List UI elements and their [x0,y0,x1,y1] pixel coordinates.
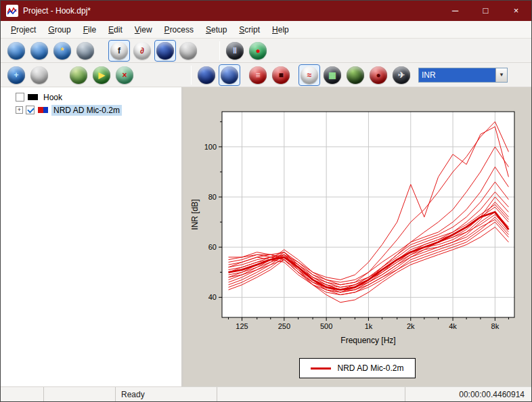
combobox-value: INR [419,68,495,82]
plus-icon: + [7,66,25,84]
menu-group[interactable]: Group [42,22,76,37]
disabled-tool-icon [179,42,197,60]
add-group-button[interactable]: + [5,64,27,86]
remove-group-button [28,64,50,86]
stop-icon: ■ [272,66,290,84]
svg-text:500: 500 [320,322,332,330]
record-button[interactable]: ● [247,40,269,62]
derivative-icon: ∂ [133,42,151,60]
red-blue-block-icon [38,107,48,113]
table-icon: ▦ [324,66,341,84]
stop-button[interactable]: ■ [270,64,292,86]
analyzer-alt-button [177,40,199,62]
minus-icon [30,66,48,84]
toolbar-secondary: +▶×≡■≈▦●✈ INR ▼ [1,63,531,87]
plane-icon: ✈ [393,66,410,84]
status-segment-2 [44,387,116,401]
chart-legend: NRD AD Mic-0.2m [299,358,415,378]
menu-script[interactable]: Script [233,22,266,37]
legend-label: NRD AD Mic-0.2m [337,363,403,373]
maximize-button[interactable]: □ [470,1,501,21]
svg-text:Frequency [Hz]: Frequency [Hz] [340,336,395,345]
status-time: 00:00:00.4460914 [405,387,531,401]
globe-icon [70,66,87,84]
pause-button[interactable]: ≡ [247,64,269,86]
function-icon: f [110,42,128,60]
app-window: Project - Hook.dpj* ─ □ × ProjectGroupFi… [0,0,532,402]
export-button[interactable]: ✈ [391,64,412,86]
spectrum-bars-icon: ‖ [226,42,244,60]
black-block-icon [28,94,38,100]
analyzer-icon [156,42,174,60]
svg-text:125: 125 [236,322,248,330]
chevron-down-icon[interactable]: ▼ [495,68,507,82]
statusbar: Ready 00:00:00.4460914 [1,386,531,401]
app-logo-icon [6,5,18,17]
toolbar-separator [191,66,192,85]
menu-process[interactable]: Process [158,22,200,37]
menu-file[interactable]: File [77,22,102,37]
toolbar-secondary-buttons: +▶×≡■≈▦●✈ [5,64,413,86]
menu-help[interactable]: Help [266,22,295,37]
table-view-button[interactable]: ▦ [322,64,343,86]
open-folder-icon [7,42,25,60]
meter-button[interactable] [196,64,217,86]
tree-item-nrd-ad-mic-0-2m[interactable]: +NRD AD Mic-0.2m [2,104,180,116]
tree-checkbox[interactable] [26,106,35,114]
run-button[interactable]: ▶ [91,64,112,86]
add-file-button[interactable]: * [51,40,73,62]
svg-text:80: 80 [208,193,217,201]
menu-edit[interactable]: Edit [102,22,129,37]
measurement-combobox[interactable]: INR ▼ [418,68,508,83]
chart-panel: 1252505001k2k4k8k406080100Frequency [Hz]… [183,87,531,386]
tree-item-hook[interactable]: Hook [2,91,180,104]
svg-text:250: 250 [278,322,290,330]
browse-button[interactable] [68,64,89,86]
svg-text:2k: 2k [407,322,415,330]
printer-icon [76,42,94,60]
spectrum-button[interactable]: ‖ [224,40,246,62]
tree-label[interactable]: Hook [41,92,64,103]
pause-icon: ≡ [249,66,267,84]
toolbar-main: *f∂‖● [1,39,531,63]
play-icon: ▶ [93,66,110,84]
minimize-button[interactable]: ─ [440,1,470,21]
window-title: Project - Hook.dpj* [23,6,440,16]
waveform-view-button[interactable]: ≈ [298,64,320,86]
tree-checkbox[interactable] [16,93,24,102]
print-button[interactable] [74,40,96,62]
close-button[interactable]: × [501,1,531,21]
menu-setup[interactable]: Setup [200,22,233,37]
record-marker-button[interactable]: ● [368,64,389,86]
dark-globe-icon [347,66,364,84]
chart-mode-icon [221,66,238,84]
svg-text:1k: 1k [365,322,373,330]
svg-text:INR [dB]: INR [dB] [190,199,200,229]
toolbar-separator [219,41,220,60]
function-button[interactable]: f [108,40,130,62]
tree-label[interactable]: NRD AD Mic-0.2m [51,105,122,116]
expander-icon[interactable]: + [16,106,23,114]
project-tree: Hook+NRD AD Mic-0.2m [1,87,183,386]
analyzer-button[interactable] [154,40,176,62]
chart-mode-button[interactable] [219,64,240,86]
red-dot-icon: ● [370,66,387,84]
svg-text:8k: 8k [491,322,500,330]
save-project-button[interactable] [28,40,50,62]
svg-text:100: 100 [204,143,217,151]
map-view-button[interactable] [345,64,366,86]
menu-view[interactable]: View [129,22,158,37]
status-ready: Ready [116,387,217,401]
inr-chart: 1252505001k2k4k8k406080100Frequency [Hz]… [190,102,525,349]
waveform-icon: ≈ [301,66,318,84]
menubar: ProjectGroupFileEditViewProcessSetupScri… [1,21,531,39]
open-project-button[interactable] [5,40,27,62]
clear-button[interactable]: × [114,64,135,86]
svg-text:4k: 4k [449,322,457,330]
status-segment-1 [1,387,44,401]
filter-button[interactable]: ∂ [131,40,153,62]
record-icon: ● [249,42,267,60]
titlebar: Project - Hook.dpj* ─ □ × [1,1,531,21]
menu-project[interactable]: Project [5,22,42,37]
cross-icon: × [116,66,133,84]
